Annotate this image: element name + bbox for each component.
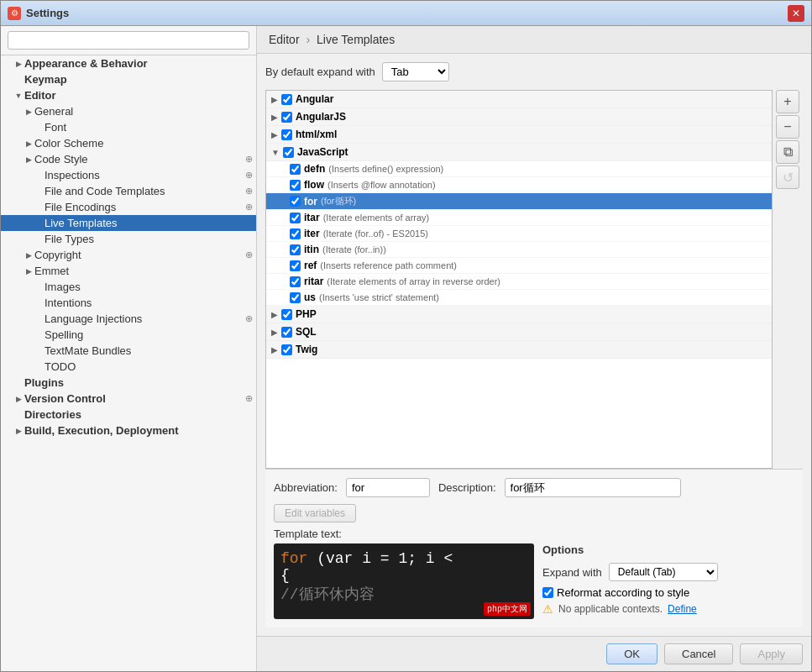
sidebar-item-file-encodings[interactable]: File Encodings⊕ (1, 199, 256, 215)
template-group-header-twig[interactable]: ▶ Twig (266, 341, 772, 359)
restore-template-button: ↺ (776, 165, 799, 189)
reformat-checkbox[interactable] (542, 587, 553, 598)
sidebar-item-file-code-templates[interactable]: File and Code Templates⊕ (1, 183, 256, 199)
copy-template-button[interactable]: ⧉ (776, 140, 799, 164)
item-abbr-defn: defn (304, 163, 325, 175)
abbreviation-input[interactable] (346, 478, 430, 497)
sidebar-item-plugins[interactable]: Plugins (1, 375, 256, 391)
sidebar-item-live-templates[interactable]: Live Templates (1, 215, 256, 231)
badge-file-code-templates: ⊕ (245, 186, 253, 197)
add-template-button[interactable]: + (776, 90, 799, 113)
warning-icon: ⚠ (542, 602, 553, 616)
remove-template-button[interactable]: − (776, 115, 799, 139)
template-group-header-sql[interactable]: ▶ SQL (266, 323, 772, 341)
template-group-header-php[interactable]: ▶ PHP (266, 306, 772, 323)
sidebar-item-images[interactable]: Images (1, 279, 256, 295)
template-group-header-javascript[interactable]: ▼ JavaScript (266, 144, 772, 161)
item-desc-ritar: (Iterate elements of array in reverse or… (327, 276, 500, 286)
item-desc-itar: (Iterate elements of array) (323, 213, 430, 223)
sidebar-label-directories: Directories (24, 408, 253, 421)
sidebar-item-editor[interactable]: ▼Editor (1, 87, 256, 103)
group-check-php[interactable] (281, 309, 292, 320)
group-check-javascript[interactable] (283, 147, 294, 158)
template-item-itar[interactable]: itar (Iterate elements of array) (266, 210, 772, 226)
description-input[interactable] (505, 478, 681, 497)
cancel-button[interactable]: Cancel (664, 643, 733, 664)
sidebar-item-emmet[interactable]: ▶Emmet (1, 263, 256, 279)
sidebar-item-font[interactable]: Font (1, 119, 256, 135)
sidebar-item-file-types[interactable]: File Types (1, 231, 256, 247)
sidebar-item-color-scheme[interactable]: ▶Color Scheme (1, 135, 256, 151)
item-check-flow[interactable] (290, 180, 301, 191)
group-check-twig[interactable] (281, 344, 292, 355)
sidebar-item-copyright[interactable]: ▶Copyright⊕ (1, 247, 256, 263)
search-input[interactable] (8, 31, 249, 50)
sidebar-label-code-style: Code Style (34, 153, 242, 165)
sidebar-label-spelling: Spelling (45, 328, 253, 341)
item-check-itin[interactable] (290, 244, 301, 255)
sidebar-item-keymap[interactable]: Keymap (1, 71, 256, 87)
template-group-htmlxml: ▶ html/xml (266, 126, 772, 144)
item-check-for[interactable] (290, 196, 301, 207)
template-item-us[interactable]: us (Inserts 'use strict' statement) (266, 290, 772, 306)
sidebar-item-code-style[interactable]: ▶Code Style⊕ (1, 151, 256, 167)
sidebar-item-inspections[interactable]: Inspections⊕ (1, 167, 256, 183)
item-check-iter[interactable] (290, 228, 301, 239)
template-item-iter[interactable]: iter (Iterate (for..of) - ES2015) (266, 226, 772, 242)
expander-emmet: ▶ (23, 265, 34, 277)
sidebar-label-file-code-templates: File and Code Templates (45, 185, 242, 197)
sidebar-item-intentions[interactable]: Intentions (1, 295, 256, 311)
item-check-us[interactable] (290, 292, 301, 303)
template-item-itin[interactable]: itin (Iterate (for..in)) (266, 242, 772, 258)
template-item-flow[interactable]: flow (Inserts @flow annotation) (266, 177, 772, 193)
group-expander-javascript: ▼ (271, 148, 280, 157)
spacer-todo (33, 361, 45, 373)
sidebar-item-todo[interactable]: TODO (1, 359, 256, 375)
group-check-htmlxml[interactable] (281, 129, 292, 140)
item-check-defn[interactable] (290, 164, 301, 175)
code-for-keyword: for (280, 550, 307, 567)
sidebar-item-version-control[interactable]: ▶Version Control⊕ (1, 391, 256, 407)
item-check-ritar[interactable] (290, 276, 301, 287)
group-check-angularjs[interactable] (281, 112, 292, 123)
template-group-header-htmlxml[interactable]: ▶ html/xml (266, 126, 772, 144)
sidebar-item-textmate-bundles[interactable]: TextMate Bundles (1, 343, 256, 359)
define-link[interactable]: Define (668, 603, 697, 615)
spacer-live-templates (33, 218, 45, 229)
template-item-ref[interactable]: ref (Inserts reference path comment) (266, 258, 772, 274)
bottom-content-row: for (var i = 1; i < { //循环休内容 php中文网 (274, 543, 794, 619)
group-expander-htmlxml: ▶ (271, 130, 278, 139)
sidebar-item-general[interactable]: ▶General (1, 103, 256, 119)
group-check-angular[interactable] (281, 94, 292, 105)
expand-with-select[interactable]: Tab Enter Space (382, 62, 449, 81)
options-expand-select[interactable]: Default (Tab) Tab Enter (609, 563, 718, 581)
sidebar-label-file-encodings: File Encodings (45, 201, 242, 213)
template-group-header-angularjs[interactable]: ▶ AngularJS (266, 108, 772, 126)
sidebar-item-language-injections[interactable]: Language Injections⊕ (1, 311, 256, 327)
item-check-itar[interactable] (290, 213, 301, 223)
template-item-defn[interactable]: defn (Inserts define() expression) (266, 161, 772, 177)
spacer-file-encodings (33, 202, 45, 213)
warning-text: No applicable contexts. (558, 603, 663, 615)
template-item-ritar[interactable]: ritar (Iterate elements of array in reve… (266, 274, 772, 290)
sidebar-label-emmet: Emmet (34, 265, 253, 277)
item-check-ref[interactable] (290, 260, 301, 271)
group-check-sql[interactable] (281, 327, 292, 338)
sidebar-label-file-types: File Types (45, 233, 253, 245)
template-item-for[interactable]: for (for循环) (266, 193, 772, 210)
group-name-php: PHP (296, 308, 317, 320)
badge-code-style: ⊕ (245, 154, 253, 165)
edit-variables-button[interactable]: Edit variables (274, 504, 356, 522)
apply-button[interactable]: Apply (740, 643, 803, 664)
sidebar-item-spelling[interactable]: Spelling (1, 327, 256, 343)
badge-language-injections: ⊕ (245, 313, 253, 324)
sidebar-item-directories[interactable]: Directories (1, 407, 256, 423)
ok-button[interactable]: OK (606, 643, 657, 664)
panel-body: By default expand with Tab Enter Space ▶… (257, 54, 811, 636)
template-group-header-angular[interactable]: ▶ Angular (266, 91, 772, 108)
sidebar-item-appearance[interactable]: ▶Appearance & Behavior (1, 55, 256, 71)
spacer-font (33, 122, 45, 134)
sidebar-item-build-execution[interactable]: ▶Build, Execution, Deployment (1, 423, 256, 438)
template-group-php: ▶ PHP (266, 306, 772, 323)
close-button[interactable]: ✕ (788, 5, 804, 22)
